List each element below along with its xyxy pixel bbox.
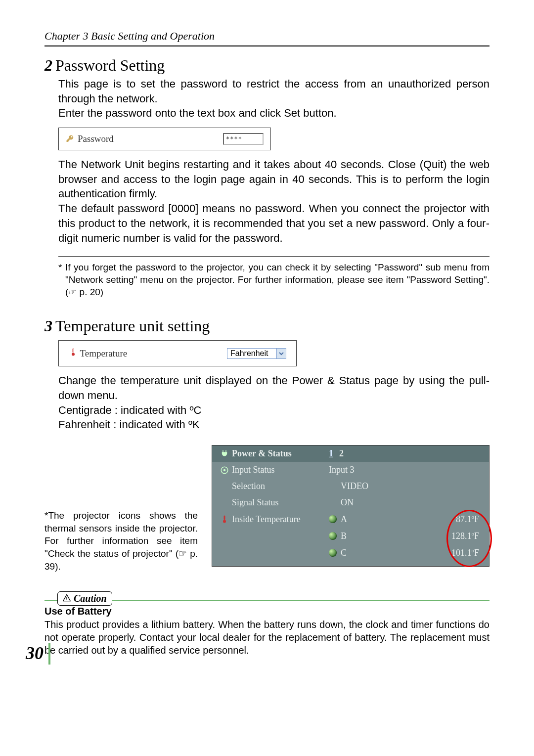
password-field[interactable]: **** <box>223 133 264 145</box>
svg-rect-8 <box>66 600 67 600</box>
use-of-battery-heading: Use of Battery <box>44 606 490 617</box>
horizontal-rule <box>58 256 490 257</box>
temp-sensor-b-name: B <box>341 531 347 541</box>
section2-paragraph3: The Network Unit begins restarting and i… <box>58 157 490 201</box>
temp-sensor-c-name: C <box>341 548 347 558</box>
selection-label: Selection <box>232 481 265 491</box>
section-3-title: 3Temperature unit setting <box>44 317 490 335</box>
section2-paragraph2: Enter the password onto the text box and… <box>58 106 490 121</box>
svg-point-1 <box>72 353 75 356</box>
page-number-accent-bar <box>48 643 50 665</box>
svg-point-4 <box>223 469 226 471</box>
temp-c-value: 101.1oF <box>440 547 482 558</box>
signal-status-label: Signal Status <box>232 497 279 508</box>
section3-paragraph2: Centigrade : indicated with ºC <box>58 403 490 418</box>
use-of-battery-body: This product provides a lithium battery.… <box>44 618 490 657</box>
temperature-row-label: Temperature <box>80 348 127 358</box>
signal-status-value: ON <box>341 497 440 508</box>
temp-sensor-icon-c <box>329 549 337 557</box>
temperature-inset: Temperature Fahrenheit <box>58 340 297 366</box>
chevron-down-icon <box>276 349 286 358</box>
section3-paragraph3: Fahrenheit : indicated with ºK <box>58 417 490 432</box>
chapter-header: Chapter 3 Basic Setting and Operation <box>44 30 490 45</box>
input-status-label: Input Status <box>232 465 275 475</box>
password-inset: Password **** <box>58 128 271 150</box>
section3-paragraph1: Change the temperature unit displayed on… <box>58 373 490 402</box>
inside-temperature-label: Inside Temperature <box>232 514 301 525</box>
input-icon <box>220 466 229 475</box>
temperature-unit-select[interactable]: Fahrenheit <box>227 348 286 359</box>
temp-sensor-icon-a <box>329 515 337 523</box>
section2-paragraph1: This page is to set the password to rest… <box>58 77 490 106</box>
thermometer-icon <box>69 348 78 356</box>
temp-b-value: 128.1oF <box>440 531 482 541</box>
power-status-header: Power & Status <box>232 448 292 459</box>
input-status-value: Input 3 <box>329 465 440 475</box>
temp-sensor-icon-b <box>329 532 337 540</box>
projector-icon-sidenote: *The projector icons shows the thermal s… <box>44 509 198 573</box>
power-status-panel: Power & Status 1 2 Input Status Input 3 <box>212 445 490 567</box>
password-row-label: Password <box>78 133 114 144</box>
section2-footnote: * If you forget the password to the proj… <box>58 262 490 298</box>
thermometer-icon <box>220 515 229 524</box>
section-2-title: 2Password Setting <box>44 56 490 75</box>
temp-sensor-a-name: A <box>341 514 347 525</box>
plug-icon <box>220 449 229 458</box>
key-icon <box>66 134 75 143</box>
page-number: 30 <box>26 643 44 664</box>
section-3-number: 3 <box>44 317 52 335</box>
svg-rect-5 <box>224 516 225 520</box>
status-page-1-link[interactable]: 1 <box>329 448 333 459</box>
selection-value: VIDEO <box>341 481 440 491</box>
caution-badge: Caution <box>57 591 112 606</box>
section2-paragraph4: The default password [0000] means no pas… <box>58 201 490 245</box>
section-2-number: 2 <box>44 56 52 74</box>
temp-a-value: 87.1oF <box>440 514 482 525</box>
warning-icon <box>63 593 71 604</box>
status-page-2: 2 <box>339 448 344 459</box>
svg-point-6 <box>223 520 226 523</box>
svg-rect-7 <box>66 597 67 599</box>
svg-rect-2 <box>73 349 74 353</box>
